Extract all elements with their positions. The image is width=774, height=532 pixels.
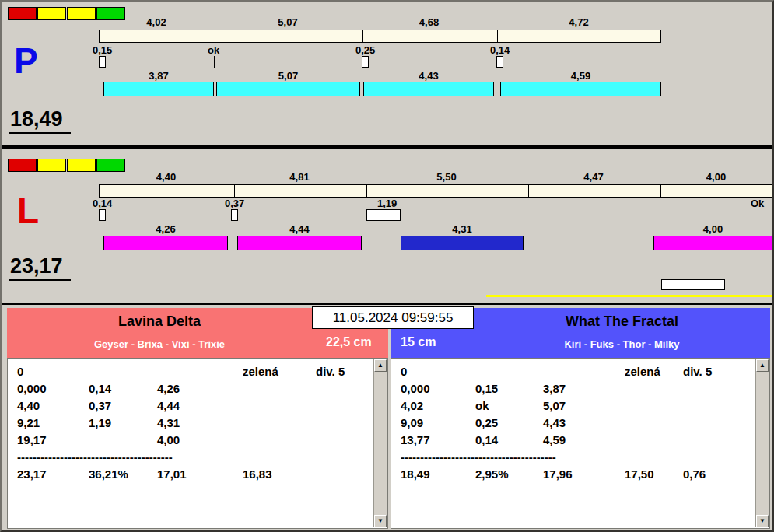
split-segment-divider bbox=[366, 185, 367, 197]
split-segment-label: 4,72 bbox=[555, 16, 602, 28]
split-bar bbox=[99, 30, 661, 43]
status-lights bbox=[8, 7, 126, 20]
split-segment-label: 5,50 bbox=[423, 171, 470, 183]
table-cell: zelená bbox=[625, 365, 660, 378]
table-cell: 4,40 bbox=[17, 399, 40, 412]
split-segment-divider bbox=[528, 185, 529, 197]
changeover-box bbox=[362, 56, 369, 68]
changeover-box bbox=[99, 209, 106, 221]
changeover-label: 0,14 bbox=[490, 44, 510, 56]
status-light bbox=[96, 159, 125, 172]
table-cell: 9,09 bbox=[401, 416, 423, 429]
scroll-down-icon: ▼ bbox=[377, 517, 383, 524]
split-segment-divider bbox=[660, 185, 661, 197]
run-time-bar bbox=[653, 236, 772, 250]
split-segment-label: 4,68 bbox=[406, 16, 453, 28]
changeover-label: 0,14 bbox=[93, 198, 112, 209]
table-cell: 1,19 bbox=[89, 416, 111, 429]
changeover-label: 1,19 bbox=[377, 198, 397, 209]
changeover-box bbox=[99, 56, 106, 68]
split-segment-divider bbox=[215, 30, 215, 42]
run-time-bar bbox=[401, 236, 524, 250]
table-cell: 0,25 bbox=[475, 416, 498, 429]
timing-app-window: P 18,49 4,025,074,684,720,15ok0,250,143,… bbox=[0, 0, 774, 532]
split-segment-divider bbox=[497, 30, 498, 42]
status-light bbox=[8, 7, 37, 20]
table-cell: 0,15 bbox=[475, 382, 498, 395]
table-cell: 4,44 bbox=[157, 399, 180, 412]
split-segment-label: 4,81 bbox=[276, 171, 323, 183]
table-cell: 36,21% bbox=[89, 467, 128, 481]
datetime-display: 11.05.2024 09:59:55 bbox=[312, 306, 474, 329]
table-cell: 17,50 bbox=[625, 467, 654, 481]
split-segment-label: 4,40 bbox=[143, 171, 190, 183]
table-cell: 9,21 bbox=[17, 416, 40, 429]
run-time-bar bbox=[363, 82, 494, 96]
team-size-category: 22,5 cm bbox=[326, 335, 372, 349]
table-cell: 13,77 bbox=[401, 433, 430, 446]
lane-letter: P bbox=[14, 43, 38, 79]
changeover-box bbox=[231, 209, 238, 221]
table-cell: 0,000 bbox=[17, 382, 47, 395]
run-time-label: 4,00 bbox=[653, 223, 772, 235]
table-cell: 0,14 bbox=[475, 433, 498, 446]
table-cell: 4,31 bbox=[157, 416, 180, 429]
changeover-label: 0,25 bbox=[355, 44, 375, 56]
changeover-label: 0,15 bbox=[93, 44, 112, 56]
scroll-down-button[interactable]: ▼ bbox=[756, 515, 769, 527]
team-dogs-names: Kiri - Fuks - Thor - Milky bbox=[474, 338, 770, 350]
highlight-line bbox=[486, 295, 772, 297]
table-cell: zelená bbox=[243, 365, 278, 378]
status-light bbox=[67, 159, 96, 172]
changeover-box-wide bbox=[366, 209, 401, 221]
table-cell: 5,07 bbox=[543, 399, 566, 412]
changeover-label: Ok bbox=[751, 198, 764, 209]
split-segment-divider bbox=[362, 30, 363, 42]
split-segment-label: 4,02 bbox=[133, 16, 180, 28]
changeover-label: ok bbox=[208, 44, 219, 56]
table-cell: 4,43 bbox=[543, 416, 566, 429]
table-cell: 0,14 bbox=[89, 382, 111, 395]
split-segment-label: 5,07 bbox=[264, 16, 311, 28]
status-light bbox=[96, 7, 125, 20]
split-segment-label: 4,00 bbox=[693, 171, 740, 183]
table-scrollbar[interactable]: ▲ ▼ bbox=[373, 359, 387, 527]
run-time-label: 3,87 bbox=[103, 70, 214, 82]
table-cell: 4,59 bbox=[543, 433, 566, 446]
split-segment-divider bbox=[234, 185, 235, 197]
table-cell: 17,01 bbox=[157, 467, 187, 481]
table-cell: 4,26 bbox=[157, 382, 180, 395]
scroll-down-icon: ▼ bbox=[759, 517, 765, 524]
status-lights bbox=[8, 159, 126, 172]
run-time-label: 4,26 bbox=[103, 223, 228, 235]
team-size-category: 15 cm bbox=[401, 335, 436, 349]
scroll-down-button[interactable]: ▼ bbox=[374, 515, 387, 527]
results-section: Lavina Delta Geyser - Brixa - Vixi - Tri… bbox=[2, 303, 774, 532]
status-light bbox=[67, 7, 96, 20]
run-time-label: 4,43 bbox=[363, 70, 494, 82]
table-cell: 4,00 bbox=[157, 433, 180, 446]
run-time-bar bbox=[237, 236, 362, 250]
table-cell: 19,17 bbox=[17, 433, 47, 446]
scroll-up-icon: ▲ bbox=[759, 362, 765, 369]
changeover-box bbox=[496, 56, 503, 68]
table-cell: 17,96 bbox=[543, 467, 573, 481]
lane-panel-l: L 23,17 4,404,815,504,474,000,140,371,19… bbox=[4, 149, 773, 303]
lane-letter: L bbox=[17, 193, 39, 229]
lane-total-time: 23,17 bbox=[9, 255, 71, 281]
scroll-up-icon: ▲ bbox=[377, 362, 383, 369]
table-scrollbar[interactable]: ▲ ▼ bbox=[755, 359, 769, 527]
run-time-label: 4,44 bbox=[237, 223, 362, 235]
run-time-label: 5,07 bbox=[216, 70, 360, 82]
result-table-right: ▲ ▼ 0zelenádiv. 50,0000,153,874,02ok5,07… bbox=[391, 358, 770, 529]
table-cell: div. 5 bbox=[683, 365, 712, 378]
scroll-up-button[interactable]: ▲ bbox=[374, 359, 387, 372]
split-bar bbox=[99, 184, 772, 198]
table-cell: 16,83 bbox=[243, 467, 272, 481]
status-light bbox=[37, 7, 66, 20]
table-cell: 0,37 bbox=[89, 399, 111, 412]
run-time-bar bbox=[103, 236, 228, 250]
pending-time-box bbox=[661, 279, 725, 290]
status-light bbox=[37, 159, 66, 172]
scroll-up-button[interactable]: ▲ bbox=[756, 359, 769, 372]
